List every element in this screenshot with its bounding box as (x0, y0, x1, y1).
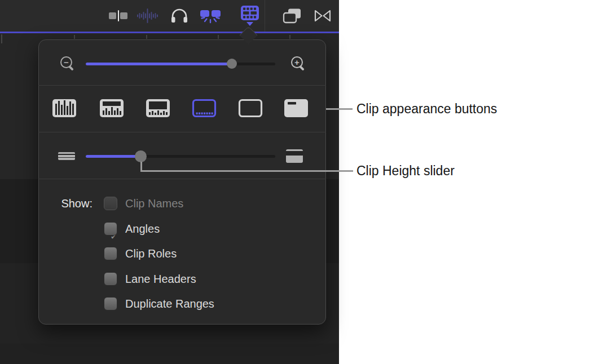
clip-height-annotation: Clip Height slider (356, 163, 455, 178)
ruler-tick (74, 35, 75, 39)
zoom-slider-fill (86, 63, 232, 65)
effects-browser-icon[interactable] (282, 0, 302, 32)
screenshot-root: − + (0, 0, 590, 364)
solo-headphones-icon[interactable] (170, 0, 188, 32)
checkbox-row-lane-headers: ✓ Lane Headers (104, 272, 196, 286)
clip-appearance-glyph (240, 5, 260, 26)
transitions-browser-icon[interactable] (314, 0, 332, 32)
clip-appearance-large-filmstrip-button-selected[interactable] (191, 97, 217, 119)
clip-height-slider-fill (86, 155, 140, 158)
clip-height-tall-icon (286, 149, 303, 163)
checkbox-row-duplicate-ranges: ✓ Duplicate Ranges (104, 297, 214, 310)
timeline-zoom-slider[interactable] (86, 63, 275, 65)
show-section-label: Show: (34, 197, 93, 210)
clip-height-slider-thumb[interactable] (135, 150, 147, 162)
duplicate-ranges-checkbox[interactable]: ✓ (104, 297, 117, 310)
toolbar-separator (265, 0, 265, 32)
ruler-tick (218, 35, 219, 39)
snapping-glyph (199, 7, 222, 25)
magnifier-handle (68, 65, 74, 71)
angles-checkbox[interactable]: ✓ (104, 222, 117, 236)
filmstrip-only-glyph (237, 97, 263, 119)
zoom-slider-thumb[interactable] (227, 59, 237, 69)
large-waveform-glyph (99, 97, 125, 119)
magnifier-handle (299, 65, 305, 71)
snapping-icon[interactable] (199, 0, 222, 32)
clip-appearance-annotation: Clip appearance buttons (356, 101, 497, 116)
solo-headphones-glyph (170, 8, 188, 24)
ruler-tick (289, 35, 290, 39)
minimal-clip-glyph (283, 97, 309, 119)
popover-divider (38, 132, 326, 132)
lane-headers-label: Lane Headers (125, 272, 196, 286)
clip-appearance-large-waveform-button[interactable] (99, 97, 125, 119)
clip-appearance-icon[interactable] (240, 0, 260, 32)
transitions-browser-glyph (314, 9, 332, 23)
clip-names-checkbox[interactable]: ✓ (104, 197, 117, 210)
trim-center-line (118, 10, 120, 21)
timeline-top-edge (0, 32, 339, 33)
trim-tool-glyph (109, 10, 128, 22)
medium-waveform-glyph (145, 97, 171, 119)
clip-appearance-filmstrip-only-button[interactable] (237, 97, 263, 119)
duplicate-ranges-label: Duplicate Ranges (125, 297, 214, 310)
clip-names-label: Clip Names (125, 197, 183, 210)
clip-height-slider[interactable] (86, 155, 275, 158)
clip-appearance-callout-line (326, 108, 353, 110)
timeline-toolbar (0, 0, 339, 32)
clip-appearance-minimal-button[interactable] (283, 97, 309, 119)
trim-left-block (109, 12, 116, 19)
zoom-in-icon[interactable]: + (291, 56, 305, 70)
clip-roles-checkbox[interactable]: ✓ (104, 247, 117, 260)
clip-appearance-medium-waveform-button[interactable] (145, 97, 171, 119)
ruler-tick (146, 35, 147, 39)
trim-right-block (120, 12, 127, 19)
popover-divider (38, 85, 326, 86)
audio-skimming-icon[interactable] (136, 0, 158, 32)
checkbox-row-clip-roles: ✓ Clip Roles (104, 247, 177, 260)
large-filmstrip-glyph (191, 97, 217, 119)
angles-label: Angles (125, 222, 160, 236)
clip-height-short-icon (58, 152, 75, 160)
lane-headers-checkbox[interactable]: ✓ (104, 272, 117, 286)
audio-skimming-glyph (136, 8, 158, 24)
zoom-out-icon[interactable]: − (60, 56, 74, 70)
timeline-background-band (0, 344, 339, 364)
waveform-only-glyph (51, 97, 77, 119)
checkbox-row-angles: ✓ Angles (104, 222, 160, 236)
effects-browser-glyph (282, 8, 302, 24)
clip-roles-label: Clip Roles (125, 247, 177, 260)
popover-divider (38, 179, 326, 179)
trim-tool-icon[interactable] (109, 0, 128, 32)
ruler-tick (1, 34, 2, 43)
checkbox-row-clip-names: ✓ Clip Names (104, 197, 183, 210)
clip-appearance-waveform-only-button[interactable] (51, 97, 77, 119)
clip-height-callout-line-horizontal (140, 170, 353, 172)
